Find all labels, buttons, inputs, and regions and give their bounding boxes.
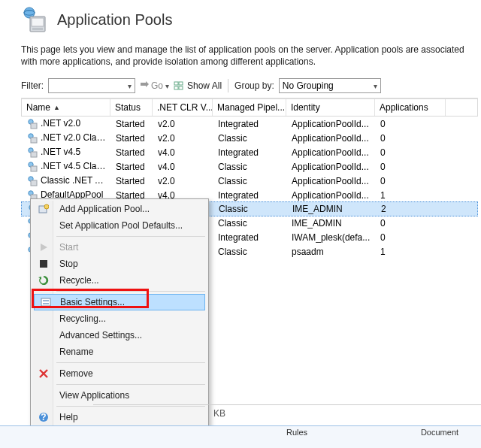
table-row[interactable]: Classic .NET Ap...Startedv2.0ClassicAppl… [21,174,478,188]
col-status[interactable]: Status [110,99,153,116]
svg-rect-5 [174,82,178,85]
menu-start: Start [32,239,207,256]
separator [56,291,205,292]
app-pool-icon [27,119,38,129]
remove-icon [38,368,50,380]
app-pool-icon [27,162,38,172]
svg-rect-34 [43,303,49,304]
toolbar: Filter: ▾ Go ▾ Show All Group by: No Gro… [21,78,478,93]
svg-rect-18 [31,180,37,186]
separator [56,384,205,385]
table-row[interactable]: .NET v4.5Startedv4.0IntegratedApplicatio… [21,145,478,159]
svg-rect-12 [31,138,37,143]
chevron-down-icon: ▾ [374,82,377,90]
col-apps[interactable]: Applications [375,99,446,116]
sort-asc-icon: ▲ [53,104,60,111]
svg-rect-31 [40,260,47,268]
separator [56,236,205,237]
filter-label: Filter: [21,80,44,91]
col-pipeline[interactable]: Managed Pipel... [213,99,286,116]
app-pool-icon [27,176,38,186]
stop-icon [38,258,50,270]
menu-basic-settings[interactable]: Basic Settings... [34,294,205,310]
table-row[interactable]: .NET v2.0 ClassicStartedv2.0ClassicAppli… [21,131,478,145]
separator [228,79,228,92]
help-icon: ? [38,411,50,423]
group-by-label: Group by: [234,80,274,91]
col-name[interactable]: Name▲ [22,99,110,116]
svg-rect-32 [41,298,50,306]
bottom-tabs: Rules Document [0,425,481,448]
app-pool-icon [27,147,38,158]
svg-rect-33 [43,300,49,301]
app-pool-icon [27,133,38,144]
settings-icon [40,296,52,308]
play-icon [38,241,50,253]
page-description: This page lets you view and manage the l… [21,44,478,68]
svg-rect-4 [32,28,43,30]
separator [56,362,205,363]
menu-view-applications[interactable]: View Applications [32,387,207,404]
svg-rect-7 [174,86,178,89]
svg-rect-10 [31,123,37,129]
context-menu: Add Application Pool... Set Application … [30,198,209,428]
col-identity[interactable]: Identity [286,99,375,116]
svg-text:?: ? [41,412,46,422]
page-title: Application Pools [57,11,172,29]
table-row[interactable]: .NET v2.0Startedv2.0IntegratedApplicatio… [21,117,478,131]
grid-header: Name▲ Status .NET CLR V... Managed Pipel… [21,98,478,117]
menu-remove[interactable]: Remove [32,365,207,382]
chevron-down-icon: ▾ [128,82,132,90]
tab-document[interactable]: Document [398,428,481,437]
menu-recycle[interactable]: Recycle... [32,272,207,289]
col-clr[interactable]: .NET CLR V... [153,99,213,116]
group-by-dropdown[interactable]: No Grouping ▾ [279,78,381,93]
svg-point-30 [44,204,49,209]
svg-rect-14 [31,152,37,157]
table-row[interactable]: .NET v4.5 ClassicStartedv4.0ClassicAppli… [21,159,478,174]
status-bar: KB [93,404,481,421]
add-icon [38,203,50,215]
svg-rect-6 [179,82,183,85]
menu-add-app-pool[interactable]: Add Application Pool... [32,201,207,217]
app-pools-icon [21,6,48,33]
chevron-down-icon: ▾ [165,82,169,90]
go-button[interactable]: Go ▾ [140,80,169,91]
recycle-icon [38,274,50,286]
menu-rename[interactable]: Rename [32,344,207,360]
menu-set-defaults[interactable]: Set Application Pool Defaults... [32,217,207,234]
svg-rect-3 [32,18,44,26]
show-all-button[interactable]: Show All [174,80,222,91]
menu-recycling[interactable]: Recycling... [32,310,207,327]
svg-rect-16 [31,166,37,171]
filter-input[interactable]: ▾ [48,78,135,93]
svg-rect-8 [179,86,183,89]
menu-advanced-settings[interactable]: Advanced Settings... [32,327,207,344]
menu-stop[interactable]: Stop [32,256,207,272]
tab-rules[interactable]: Rules [256,428,338,437]
